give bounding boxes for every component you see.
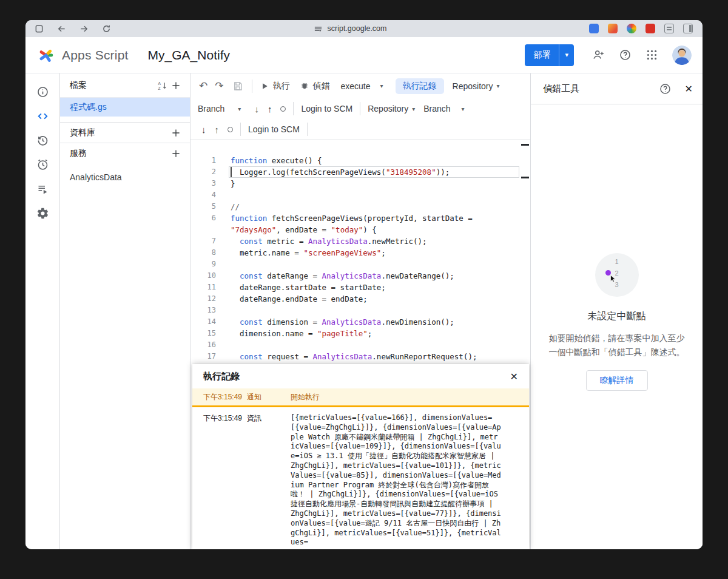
code-line[interactable]: 17 const request = AnalyticsData.newRunR… <box>190 351 530 362</box>
code-line[interactable]: 15 dimension.name = "pageTitle"; <box>190 328 530 339</box>
repository-dropdown[interactable]: Repository ▾ <box>453 81 500 91</box>
line-number[interactable]: 7 <box>190 235 216 247</box>
line-number[interactable]: 5 <box>190 201 216 212</box>
login-scm-button[interactable]: Login to SCM <box>248 124 300 134</box>
services-label: 服務 <box>70 148 169 159</box>
line-number[interactable]: 2 <box>190 166 216 178</box>
line-number[interactable]: 6 <box>190 212 216 224</box>
apps-grid-icon[interactable] <box>644 48 659 63</box>
line-number[interactable]: 17 <box>190 351 216 362</box>
add-service-icon[interactable] <box>169 147 183 160</box>
line-number[interactable]: 13 <box>190 305 216 316</box>
tab-overview-icon[interactable] <box>34 24 44 33</box>
undo-icon[interactable]: ↶ <box>199 80 207 92</box>
save-icon[interactable] <box>231 80 244 93</box>
line-number[interactable]: 3 <box>190 178 216 189</box>
avatar[interactable] <box>672 46 692 65</box>
project-history-icon[interactable] <box>35 133 50 147</box>
line-number[interactable]: 10 <box>190 270 216 282</box>
address-bar[interactable]: script.google.com <box>111 24 589 33</box>
code-line[interactable]: 2 Logger.log(fetchScreenPageViews("31849… <box>190 166 530 178</box>
code-line[interactable]: 1function execute() { <box>190 155 530 166</box>
extension-icon-color[interactable] <box>627 24 636 33</box>
debugger-help-icon[interactable] <box>658 81 673 96</box>
line-number[interactable]: 14 <box>190 316 216 328</box>
deploy-button[interactable]: 部署 ▾ <box>525 44 574 66</box>
overview-info-icon[interactable] <box>35 84 50 99</box>
side-panel-icon[interactable] <box>683 24 693 33</box>
code-line[interactable]: 14 const dimension = AnalyticsData.newDi… <box>190 316 530 328</box>
deploy-caret-icon[interactable]: ▾ <box>559 51 574 59</box>
scm-repository-dropdown[interactable]: Repository ▾ <box>368 104 415 113</box>
sync-status-icon[interactable] <box>280 106 286 112</box>
help-icon[interactable] <box>618 48 632 63</box>
pull-down-icon[interactable]: ↓ <box>254 104 259 114</box>
code-line[interactable]: 13 <box>190 305 530 316</box>
line-number[interactable]: 15 <box>190 328 216 339</box>
learn-more-button[interactable]: 瞭解詳情 <box>586 370 648 391</box>
run-play-icon <box>260 81 269 91</box>
settings-gear-icon[interactable] <box>35 206 50 220</box>
executions-icon[interactable] <box>35 181 50 196</box>
line-number[interactable]: 16 <box>190 339 216 351</box>
line-number[interactable]: 1 <box>190 155 216 166</box>
code-line[interactable]: 9 <box>190 259 530 270</box>
close-debugger-icon[interactable]: ✕ <box>685 83 693 95</box>
branch-dropdown[interactable]: Branch ▾ <box>198 104 241 113</box>
code-line[interactable]: 16 <box>190 339 530 351</box>
line-number[interactable]: 12 <box>190 293 216 305</box>
add-library-icon[interactable] <box>169 126 183 140</box>
files-header: 檔案 AZ <box>60 73 190 98</box>
code-line[interactable]: 6function fetchScreenPageViews(propertyI… <box>190 212 530 224</box>
log-time: 下午3:15:49 <box>192 413 247 424</box>
extension-icon-doc[interactable] <box>664 24 674 33</box>
site-info-icon[interactable] <box>314 24 323 33</box>
login-scm-button[interactable]: Login to SCM <box>301 104 352 113</box>
share-icon[interactable] <box>591 48 605 63</box>
sort-az-icon[interactable]: AZ <box>156 79 169 92</box>
add-file-icon[interactable] <box>169 79 183 92</box>
files-header-label: 檔案 <box>70 80 156 91</box>
push-up-icon[interactable]: ↑ <box>215 124 220 135</box>
execution-log-button[interactable]: 執行記錄 <box>396 78 444 94</box>
breakpoint-illustration: 1 2 3 <box>595 253 639 297</box>
line-number[interactable] <box>190 224 216 235</box>
service-item-analyticsdata[interactable]: AnalyticsData <box>60 168 190 186</box>
code-line[interactable]: 4 <box>190 189 530 201</box>
code-line[interactable]: "7daysAgo", endDate = "today") { <box>190 224 530 235</box>
code-line[interactable]: 10 const dateRange = AnalyticsData.newDa… <box>190 270 530 282</box>
code-line[interactable]: 3} <box>190 178 530 189</box>
code-line[interactable]: 11 dateRange.startDate = startDate; <box>190 282 530 293</box>
forward-icon[interactable] <box>79 24 89 33</box>
push-up-icon[interactable]: ↑ <box>268 104 272 114</box>
code-line[interactable]: 8 metric.name = "screenPageViews"; <box>190 247 530 259</box>
log-message: [{metricValues=[{value=166}], dimensionV… <box>291 413 501 547</box>
scm-toolbar-row1: Branch ▾ ↓ ↑ Login to SCM Repository ▾ <box>190 98 530 119</box>
sync-status-icon[interactable] <box>228 127 233 132</box>
line-number[interactable]: 9 <box>190 259 216 270</box>
function-selector[interactable]: execute ▾ <box>341 81 383 91</box>
file-item-code-gs[interactable]: 程式碼.gs <box>60 98 190 117</box>
triggers-clock-icon[interactable] <box>35 157 50 172</box>
close-log-icon[interactable]: ✕ <box>510 371 518 382</box>
extension-icon-blue[interactable] <box>589 24 599 33</box>
run-button[interactable]: 執行 <box>260 81 290 92</box>
project-title[interactable]: My_GA_Notify <box>148 48 230 63</box>
line-number[interactable]: 8 <box>190 247 216 259</box>
extension-icon-art[interactable] <box>608 24 618 33</box>
reload-icon[interactable] <box>101 24 111 33</box>
code-line[interactable]: 7 const metric = AnalyticsData.newMetric… <box>190 235 530 247</box>
code-line[interactable]: 12 dateRange.endDate = endDate; <box>190 293 530 305</box>
scm-branch-dropdown[interactable]: Branch ▾ <box>423 104 464 113</box>
back-icon[interactable] <box>56 24 66 33</box>
extension-icon-red[interactable] <box>645 24 655 33</box>
line-number[interactable]: 4 <box>190 189 216 201</box>
code-line[interactable]: 5// <box>190 201 530 212</box>
execution-log-header: 執行記錄 ✕ <box>192 364 529 388</box>
editor-code-icon[interactable] <box>35 109 50 123</box>
scm-toolbar-row2: ↓ ↑ Login to SCM <box>190 119 530 140</box>
debug-button[interactable]: 偵錯 <box>300 81 330 92</box>
redo-icon[interactable]: ↷ <box>215 80 223 92</box>
line-number[interactable]: 11 <box>190 282 216 293</box>
pull-down-icon[interactable]: ↓ <box>201 124 206 135</box>
